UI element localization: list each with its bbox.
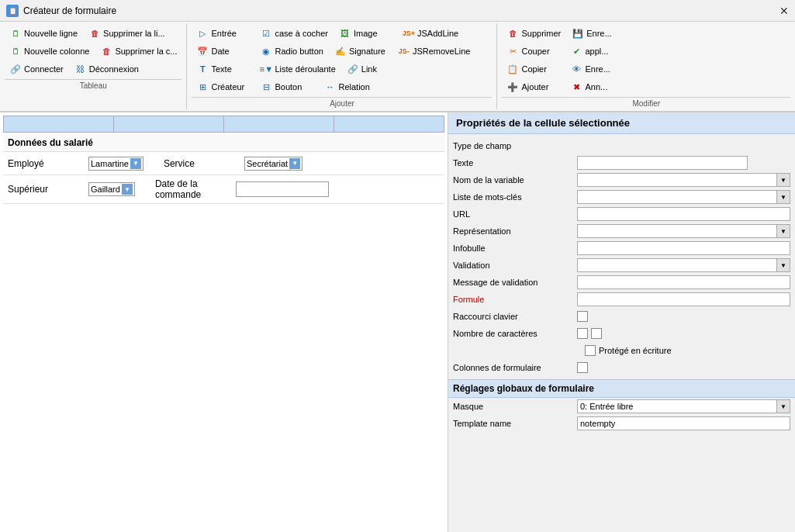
employe-row: Employé Lamartine ▼ Service Secrétariat … bbox=[3, 152, 444, 175]
connecter-label: Connecter bbox=[24, 64, 64, 74]
createur-button[interactable]: ⊞ Créateur bbox=[192, 78, 254, 95]
properties-body: Type de champ Texte Nom de la variable ▼… bbox=[448, 134, 795, 435]
superieur-dropdown-arrow[interactable]: ▼ bbox=[122, 184, 133, 195]
annuler-button[interactable]: ✖ Ann... bbox=[565, 78, 627, 95]
masque-dropdown-btn[interactable]: ▼ bbox=[776, 399, 790, 413]
radio-icon: ◉ bbox=[260, 45, 272, 57]
supprimer-colonne-button[interactable]: 🗑 Supprimer la c... bbox=[95, 43, 181, 60]
service-dropdown[interactable]: Secrétariat ▼ bbox=[244, 157, 302, 171]
nombre-caracteres-controls bbox=[577, 328, 602, 339]
date-commande-input[interactable] bbox=[236, 181, 329, 197]
supprimer-label: Supprimer bbox=[521, 29, 561, 38]
relation-button[interactable]: ↔ Relation bbox=[319, 78, 381, 95]
date-commande-control[interactable] bbox=[236, 181, 329, 197]
validation-dropdown-btn[interactable]: ▼ bbox=[776, 258, 790, 272]
ajouter-button[interactable]: ➕ Ajouter bbox=[502, 78, 564, 95]
infobulle-input[interactable] bbox=[577, 241, 790, 255]
nombre-caracteres-checkbox2[interactable] bbox=[591, 328, 602, 339]
url-input[interactable] bbox=[577, 207, 790, 221]
jsremoveline-button[interactable]: JS- JSRemoveLine bbox=[393, 43, 475, 60]
bouton-button[interactable]: ⊟ Bouton bbox=[255, 78, 317, 95]
link-button[interactable]: 🔗 Link bbox=[342, 60, 404, 78]
appliquer-button[interactable]: ✔ appl... bbox=[565, 43, 627, 60]
representation-dropdown-btn[interactable]: ▼ bbox=[776, 224, 790, 238]
masque-input[interactable] bbox=[577, 399, 776, 413]
liste-mots-cles-label: Liste de mots-clés bbox=[453, 192, 577, 202]
validation-label: Validation bbox=[453, 261, 577, 270]
nombre-caracteres-label: Nombre de caractères bbox=[453, 329, 577, 338]
supprimer-button[interactable]: 🗑 Supprimer bbox=[502, 25, 565, 42]
deconnexion-button[interactable]: ⛓ Déconnexion bbox=[70, 60, 143, 78]
copier-button[interactable]: 📋 Copier bbox=[502, 60, 564, 78]
nouvelle-colonne-button[interactable]: 🗒 Nouvelle colonne bbox=[5, 43, 94, 60]
header-cell-4 bbox=[334, 116, 444, 132]
message-validation-row: Message de validation bbox=[448, 274, 795, 291]
raccourci-checkbox[interactable] bbox=[577, 311, 588, 322]
liste-icon: ≡▼ bbox=[260, 63, 272, 75]
signature-label: Signature bbox=[349, 47, 385, 56]
service-dropdown-arrow[interactable]: ▼ bbox=[289, 158, 300, 169]
protege-label: Protégé en écriture bbox=[599, 346, 672, 355]
couper-button[interactable]: ✂ Couper bbox=[502, 43, 564, 60]
liste-mots-cles-input[interactable] bbox=[577, 190, 776, 204]
texte-button[interactable]: T Texte bbox=[192, 60, 254, 78]
template-name-row: Template name bbox=[448, 415, 795, 432]
superieur-dropdown[interactable]: Gaillard ▼ bbox=[88, 182, 135, 196]
representation-input[interactable] bbox=[577, 224, 776, 238]
enregistrer1-button[interactable]: 💾 Enre... bbox=[567, 25, 629, 42]
couper-label: Couper bbox=[521, 47, 549, 56]
case-cocher-button[interactable]: ☑ case à cocher bbox=[255, 25, 332, 42]
representation-control[interactable]: ▼ bbox=[577, 224, 790, 238]
service-label: Service bbox=[159, 155, 244, 172]
colonnes-formulaire-checkbox[interactable] bbox=[577, 362, 588, 373]
title-bar: 📋 Créateur de formulaire ✕ bbox=[0, 0, 795, 22]
enregistrer2-label: Enre... bbox=[585, 64, 610, 74]
employe-control[interactable]: Lamartine ▼ bbox=[88, 157, 143, 171]
createur-label: Créateur bbox=[211, 82, 244, 92]
masque-control[interactable]: ▼ bbox=[577, 399, 790, 413]
texte-type-row: Texte bbox=[448, 154, 795, 171]
del-row-icon: 🗑 bbox=[88, 27, 101, 40]
nom-variable-input[interactable] bbox=[577, 173, 776, 187]
employe-dropdown[interactable]: Lamartine ▼ bbox=[88, 157, 143, 171]
validation-control[interactable]: ▼ bbox=[577, 258, 790, 272]
nombre-caracteres-checkbox1[interactable] bbox=[577, 328, 588, 339]
message-validation-input[interactable] bbox=[577, 275, 790, 289]
nouvelle-colonne-label: Nouvelle colonne bbox=[24, 47, 89, 56]
liste-mots-cles-control[interactable]: ▼ bbox=[577, 190, 790, 204]
liste-deroulante-button[interactable]: ≡▼ Liste déroulante bbox=[255, 60, 340, 78]
protege-checkbox[interactable] bbox=[585, 345, 596, 356]
date-button[interactable]: 📅 Date bbox=[192, 43, 254, 60]
jsaddline-button[interactable]: JS+ JSAddLine bbox=[398, 25, 463, 42]
nouvelle-ligne-button[interactable]: 🗒 Nouvelle ligne bbox=[5, 25, 82, 42]
nom-variable-control[interactable]: ▼ bbox=[577, 173, 790, 187]
superieur-control[interactable]: Gaillard ▼ bbox=[88, 182, 135, 196]
representation-row: Représentation ▼ bbox=[448, 223, 795, 240]
supprimer-ligne-button[interactable]: 🗑 Supprimer la li... bbox=[84, 25, 169, 42]
radio-button-btn[interactable]: ◉ Radio button bbox=[255, 43, 327, 60]
liste-label: Liste déroulante bbox=[275, 64, 335, 74]
supprimer-c-label: Supprimer la c... bbox=[115, 47, 177, 56]
relation-label: Relation bbox=[338, 82, 369, 92]
validation-input[interactable] bbox=[577, 258, 776, 272]
liste-mots-cles-dropdown-btn[interactable]: ▼ bbox=[776, 190, 790, 204]
service-control[interactable]: Secrétariat ▼ bbox=[244, 157, 302, 171]
signature-button[interactable]: ✍ Signature bbox=[330, 43, 392, 60]
app-icon: 📋 bbox=[6, 5, 19, 17]
employe-dropdown-arrow[interactable]: ▼ bbox=[130, 158, 141, 169]
texte-icon: T bbox=[196, 63, 209, 75]
enregistrer2-button[interactable]: 👁 Enre... bbox=[565, 60, 627, 78]
formule-input[interactable] bbox=[577, 292, 790, 306]
image-button[interactable]: 🖼 Image bbox=[334, 25, 396, 42]
nom-variable-dropdown-btn[interactable]: ▼ bbox=[776, 173, 790, 187]
radio-label: Radio button bbox=[275, 47, 323, 56]
link-label: Link bbox=[361, 64, 377, 74]
texte-type-input[interactable] bbox=[577, 156, 748, 170]
link-icon: 🔗 bbox=[347, 63, 359, 75]
masque-label: Masque bbox=[453, 402, 577, 411]
copy-icon: 📋 bbox=[506, 63, 519, 75]
entree-button[interactable]: ▷ Entrée bbox=[192, 25, 254, 42]
connecter-button[interactable]: 🔗 Connecter bbox=[5, 60, 68, 78]
template-name-input[interactable] bbox=[577, 416, 790, 430]
close-button[interactable]: ✕ bbox=[779, 5, 789, 17]
